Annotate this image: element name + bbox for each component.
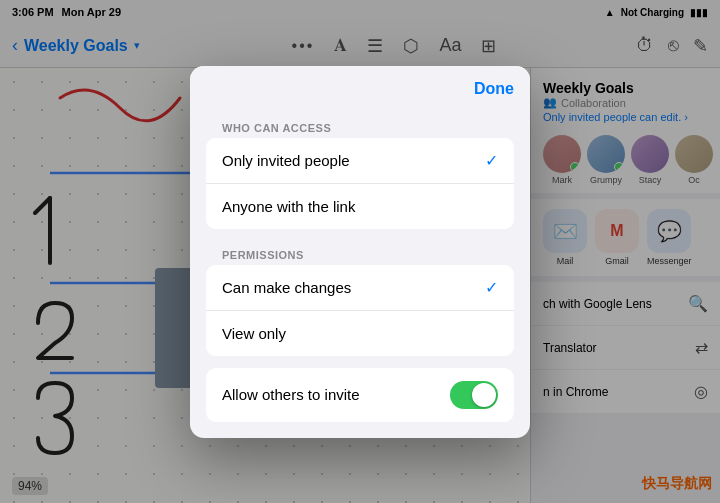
access-option-link[interactable]: Anyone with the link ✓	[206, 184, 514, 229]
who-can-access-section: Only invited people ✓ Anyone with the li…	[206, 138, 514, 229]
permission-can-change[interactable]: Can make changes ✓	[206, 265, 514, 311]
permissions-section: Can make changes ✓ View only ✓	[206, 265, 514, 356]
toggle-thumb	[472, 383, 496, 407]
access-option-link-label: Anyone with the link	[222, 198, 355, 215]
sharing-modal: Done WHO CAN ACCESS Only invited people …	[190, 66, 530, 438]
permission-view-only[interactable]: View only ✓	[206, 311, 514, 356]
access-option-invited-label: Only invited people	[222, 152, 350, 169]
allow-others-label: Allow others to invite	[222, 386, 360, 403]
permission-view-only-label: View only	[222, 325, 286, 342]
permission-can-change-check: ✓	[485, 278, 498, 297]
access-option-invited-check: ✓	[485, 151, 498, 170]
permission-can-change-label: Can make changes	[222, 279, 351, 296]
modal-header: Done	[190, 66, 530, 106]
allow-others-toggle-row: Allow others to invite	[206, 368, 514, 422]
modal-done-button[interactable]: Done	[474, 80, 514, 98]
who-can-access-label: WHO CAN ACCESS	[206, 114, 514, 138]
allow-others-toggle[interactable]	[450, 381, 498, 409]
access-option-invited[interactable]: Only invited people ✓	[206, 138, 514, 184]
permissions-label: PERMISSIONS	[206, 241, 514, 265]
